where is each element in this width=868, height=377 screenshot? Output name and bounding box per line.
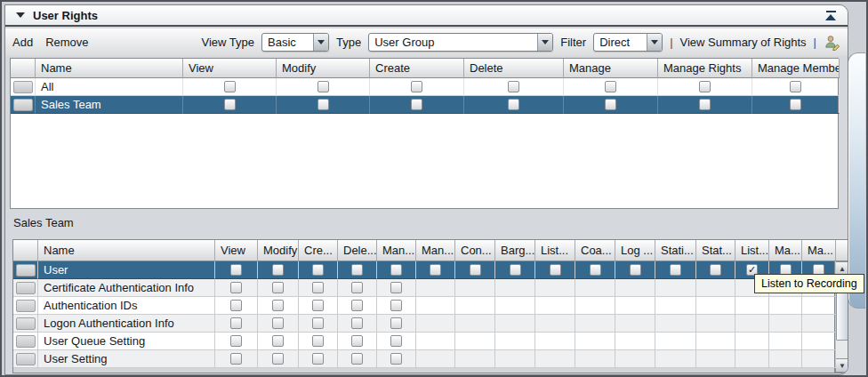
checkbox[interactable] [351, 300, 363, 311]
column-header-cre[interactable]: Cre... [299, 240, 338, 261]
checkbox[interactable] [550, 264, 561, 276]
column-header-manage-rights[interactable]: Manage Rights [658, 59, 752, 78]
checkbox[interactable] [272, 353, 284, 365]
checkbox[interactable] [411, 81, 422, 92]
column-header-view[interactable]: View [215, 240, 258, 261]
table-row[interactable]: Certificate Authentication Info [13, 279, 834, 297]
checkbox[interactable] [312, 353, 324, 365]
column-header-con[interactable]: Con... [455, 240, 495, 261]
section-collapse-arrow-icon[interactable] [16, 12, 25, 18]
row-selector[interactable] [11, 78, 36, 96]
checkbox[interactable] [390, 264, 402, 276]
checkbox[interactable] [790, 99, 801, 110]
checkbox[interactable] [312, 300, 324, 311]
column-header-delete[interactable]: Delete [464, 59, 564, 78]
row-selector-button[interactable] [16, 300, 36, 312]
remove-button[interactable]: Remove [45, 36, 88, 49]
column-header-ma[interactable]: Ma... [802, 240, 836, 261]
row-selector[interactable] [13, 315, 38, 333]
table-row[interactable]: All [11, 78, 838, 96]
checkbox[interactable] [351, 317, 363, 329]
scroll-down-button[interactable]: ▼ [835, 358, 848, 373]
table-row[interactable]: User [13, 261, 834, 279]
table-row[interactable]: Logon Authentication Info [13, 315, 834, 333]
checkbox[interactable] [630, 264, 641, 276]
checkbox[interactable] [508, 99, 519, 110]
checkbox[interactable] [390, 353, 402, 365]
checkbox[interactable] [470, 264, 481, 276]
checkbox[interactable] [351, 264, 363, 276]
checkbox[interactable] [430, 264, 441, 276]
add-button[interactable]: Add [12, 36, 33, 49]
column-header-list[interactable]: List... [735, 240, 769, 261]
checkbox[interactable] [272, 300, 284, 311]
row-selector[interactable] [13, 261, 38, 279]
column-header-name[interactable]: Name [38, 240, 215, 261]
checkbox[interactable] [224, 99, 236, 110]
checkbox[interactable] [312, 264, 324, 276]
column-header-manage-membe[interactable]: Manage Membe... [752, 59, 840, 78]
column-header-barg[interactable]: Barg... [495, 240, 535, 261]
column-header-stati[interactable]: Stati... [655, 240, 696, 261]
filter-select[interactable]: Direct [593, 33, 663, 52]
row-selector[interactable] [11, 96, 36, 114]
checkbox[interactable] [390, 317, 402, 329]
checkbox[interactable] [411, 99, 422, 110]
checkbox[interactable] [710, 264, 721, 276]
checkbox[interactable] [351, 353, 363, 365]
checkbox[interactable] [272, 317, 284, 329]
checkbox[interactable] [351, 335, 363, 347]
row-selector-button[interactable] [13, 81, 33, 93]
table-row[interactable]: Sales Team [11, 96, 838, 114]
checkbox[interactable] [312, 317, 324, 329]
checkbox[interactable] [510, 264, 521, 276]
row-selector[interactable] [13, 350, 38, 368]
checkbox[interactable] [390, 300, 402, 311]
checkbox[interactable] [317, 99, 329, 110]
column-header-modify[interactable]: Modify [258, 240, 299, 261]
column-header-modify[interactable]: Modify [277, 59, 370, 78]
checkbox[interactable] [272, 282, 284, 293]
checkbox[interactable] [230, 282, 242, 293]
checkbox[interactable] [605, 81, 616, 92]
table-row[interactable]: User Setting [13, 350, 834, 368]
row-selector-button[interactable] [16, 264, 36, 277]
checkbox[interactable] [230, 300, 242, 311]
checkbox[interactable] [224, 81, 236, 92]
checkbox[interactable] [272, 335, 284, 347]
checkbox[interactable] [699, 99, 711, 110]
view-type-select[interactable]: Basic [261, 33, 329, 52]
view-summary-of-rights-button[interactable]: View Summary of Rights [680, 36, 807, 49]
row-selector[interactable] [13, 279, 38, 297]
row-selector-button[interactable] [16, 282, 36, 294]
column-header-view[interactable]: View [183, 59, 277, 78]
table-row[interactable]: User Queue Setting [13, 333, 834, 350]
row-selector-button[interactable] [13, 99, 33, 111]
checkbox[interactable] [230, 264, 242, 276]
user-edit-button[interactable] [824, 34, 840, 51]
column-header-name[interactable]: Name [36, 59, 183, 78]
checkbox[interactable] [390, 282, 402, 293]
checkbox[interactable] [317, 81, 329, 92]
table-row[interactable]: Authentication IDs [13, 297, 834, 315]
checkbox[interactable] [790, 81, 801, 92]
row-selector-button[interactable] [16, 317, 36, 330]
vertical-scrollbar[interactable]: ▲ ▼ [835, 239, 848, 373]
checkbox[interactable] [508, 81, 519, 92]
row-selector-button[interactable] [16, 353, 36, 365]
scrollbar-track[interactable] [835, 341, 848, 358]
column-header-man[interactable]: Man... [416, 240, 455, 261]
checkbox[interactable] [312, 335, 324, 347]
checkbox[interactable] [670, 264, 681, 276]
column-header-dele[interactable]: Dele... [338, 240, 377, 261]
type-select[interactable]: User Group [368, 33, 553, 52]
collapsed-panel-tab[interactable] [848, 52, 865, 309]
row-selector-button[interactable] [16, 335, 36, 348]
checkbox[interactable] [230, 317, 242, 329]
column-header-stat[interactable]: Stat... [696, 240, 735, 261]
row-selector[interactable] [13, 333, 38, 350]
row-selector[interactable] [13, 297, 38, 315]
checkbox[interactable] [272, 264, 284, 276]
column-header-coa[interactable]: Coa... [575, 240, 615, 261]
column-header-manage[interactable]: Manage [564, 59, 658, 78]
